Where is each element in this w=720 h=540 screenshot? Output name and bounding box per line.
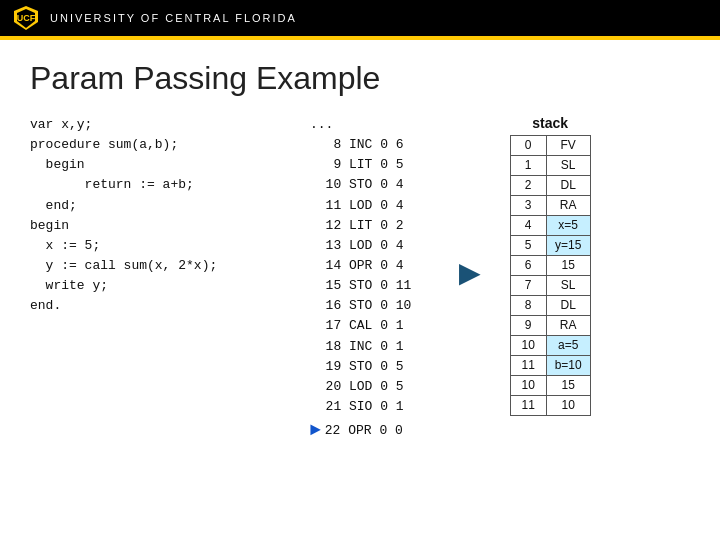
stack-row: 615 — [510, 256, 590, 276]
stack-row: 1015 — [510, 376, 590, 396]
instruction-row-arrow: ►22 OPR 0 0 — [310, 417, 440, 445]
stack-row-index: 10 — [510, 336, 546, 356]
stack-row-index: 11 — [510, 356, 546, 376]
instruction-row: 19 STO 0 5 — [310, 357, 440, 377]
stack-row-value: RA — [546, 316, 590, 336]
header-bar: UCF UNIVERSITY OF CENTRAL FLORIDA — [0, 0, 720, 36]
stack-row-value: DL — [546, 296, 590, 316]
stack-row-value: x=5 — [546, 216, 590, 236]
stack-row-index: 3 — [510, 196, 546, 216]
stack-row-value: DL — [546, 176, 590, 196]
stack-row-index: 10 — [510, 376, 546, 396]
stack-row-index: 4 — [510, 216, 546, 236]
stack-arrow-icon: ► — [452, 255, 488, 291]
instruction-prefix: ... — [310, 115, 440, 135]
main-content: Param Passing Example var x,y; procedure… — [0, 40, 720, 455]
stack-row: 9RA — [510, 316, 590, 336]
ucf-logo: UCF — [12, 4, 40, 32]
stack-row-value: y=15 — [546, 236, 590, 256]
university-name: UNIVERSITY OF CENTRAL FLORIDA — [50, 12, 297, 24]
stack-row-index: 2 — [510, 176, 546, 196]
stack-header: stack — [510, 115, 591, 131]
instruction-row: 10 STO 0 4 — [310, 175, 440, 195]
instruction-row: 12 LIT 0 2 — [310, 216, 440, 236]
stack-row-value: 15 — [546, 376, 590, 396]
stack-table: 0FV1SL2DL3RA4x=55y=156157SL8DL9RA10a=511… — [510, 135, 591, 416]
instruction-row: 21 SIO 0 1 — [310, 397, 440, 417]
stack-row-index: 1 — [510, 156, 546, 176]
stack-row: 0FV — [510, 136, 590, 156]
instruction-row: 15 STO 0 11 — [310, 276, 440, 296]
instruction-row: 8 INC 0 6 — [310, 135, 440, 155]
stack-row-index: 7 — [510, 276, 546, 296]
stack-row: 2DL — [510, 176, 590, 196]
page-title: Param Passing Example — [30, 60, 690, 97]
stack-row-index: 9 — [510, 316, 546, 336]
stack-row-index: 11 — [510, 396, 546, 416]
middle-section: ... 8 INC 0 6 9 LIT 0 5 10 STO 0 4 11 LO… — [310, 115, 591, 445]
stack-row-value: 15 — [546, 256, 590, 276]
stack-row-value: 10 — [546, 396, 590, 416]
instruction-row: 14 OPR 0 4 — [310, 256, 440, 276]
svg-text:UCF: UCF — [17, 13, 36, 23]
current-instruction-arrow: ► — [310, 417, 321, 445]
stack-area: stack 0FV1SL2DL3RA4x=55y=156157SL8DL9RA1… — [510, 115, 591, 416]
stack-row: 1SL — [510, 156, 590, 176]
instruction-row: 17 CAL 0 1 — [310, 316, 440, 336]
instruction-row: 18 INC 0 1 — [310, 337, 440, 357]
stack-row-index: 6 — [510, 256, 546, 276]
stack-row-value: SL — [546, 276, 590, 296]
stack-row-index: 5 — [510, 236, 546, 256]
stack-row: 8DL — [510, 296, 590, 316]
stack-row-value: SL — [546, 156, 590, 176]
stack-row: 7SL — [510, 276, 590, 296]
content-area: var x,y; procedure sum(a,b); begin retur… — [30, 115, 690, 445]
stack-row: 11b=10 — [510, 356, 590, 376]
instruction-row: 9 LIT 0 5 — [310, 155, 440, 175]
stack-row-value: b=10 — [546, 356, 590, 376]
instructions-area: ... 8 INC 0 6 9 LIT 0 5 10 STO 0 4 11 LO… — [310, 115, 440, 445]
stack-row: 1110 — [510, 396, 590, 416]
instruction-row: 13 LOD 0 4 — [310, 236, 440, 256]
instruction-row: 16 STO 0 10 — [310, 296, 440, 316]
stack-row-value: a=5 — [546, 336, 590, 356]
stack-row-index: 0 — [510, 136, 546, 156]
instruction-row: 11 LOD 0 4 — [310, 196, 440, 216]
stack-row-index: 8 — [510, 296, 546, 316]
stack-row-value: RA — [546, 196, 590, 216]
stack-row: 5y=15 — [510, 236, 590, 256]
arrow-container: ► — [444, 115, 496, 291]
stack-row: 3RA — [510, 196, 590, 216]
instruction-row: 20 LOD 0 5 — [310, 377, 440, 397]
code-block: var x,y; procedure sum(a,b); begin retur… — [30, 115, 290, 316]
stack-row: 10a=5 — [510, 336, 590, 356]
stack-row-value: FV — [546, 136, 590, 156]
stack-row: 4x=5 — [510, 216, 590, 236]
